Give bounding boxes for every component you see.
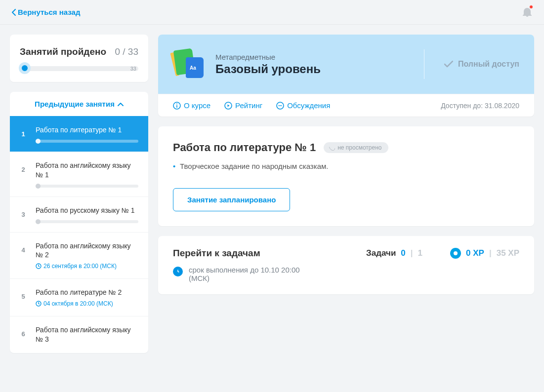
tasks-card[interactable]: Перейти к задачам Задачи 0 | 1 0 XP | 35… <box>158 236 534 294</box>
progress-counter: 0 / 33 <box>115 46 138 57</box>
svg-point-4 <box>176 103 177 104</box>
tasks-done: 0 <box>401 248 405 258</box>
info-icon <box>173 102 181 110</box>
lesson-item-5[interactable]: 5Работа по литературе № 204 октября в 20… <box>10 278 148 316</box>
svg-point-7 <box>279 105 280 106</box>
lesson-number: 5 <box>20 293 27 300</box>
svg-point-9 <box>281 105 282 106</box>
lesson-number: 2 <box>20 166 27 173</box>
rating-link[interactable]: Рейтинг <box>224 101 262 110</box>
back-link-label: Вернуться назад <box>18 8 80 16</box>
tasks-deadline: срок выполнения до 10.10 20:00 (МСК) <box>189 266 317 282</box>
lesson-status-badge: не просмотрено <box>324 142 388 153</box>
access-badge: Полный доступ <box>424 49 519 79</box>
lesson-item-6[interactable]: 6Работа по английскому языку № 3 <box>10 316 148 353</box>
lesson-planned-button[interactable]: Занятие запланировано <box>173 188 290 211</box>
lesson-item-4[interactable]: 4Работа по английскому языку № 226 сентя… <box>10 232 148 279</box>
discussions-link[interactable]: Обсуждения <box>276 101 330 110</box>
xp-sep: | <box>489 248 492 258</box>
lessons-list: Предыдущие занятия 1Работа по литературе… <box>10 92 148 353</box>
available-until: Доступен до: 31.08.2020 <box>441 102 519 110</box>
lesson-item-1[interactable]: 1Работа по литературе № 1 <box>10 116 148 152</box>
lessons-header-toggle[interactable]: Предыдущие занятия <box>10 92 148 116</box>
xp-done: 0 XP <box>466 248 484 258</box>
lesson-number: 3 <box>20 211 27 218</box>
lesson-schedule: 26 сентября в 20:00 (МСК) <box>36 263 138 270</box>
svg-point-8 <box>280 105 281 106</box>
lesson-progress-bar <box>36 185 138 188</box>
lesson-number: 4 <box>20 246 27 254</box>
about-label: О курсе <box>184 101 210 110</box>
svg-rect-3 <box>176 105 177 108</box>
lesson-item-3[interactable]: 3Работа по русскому языку № 1 <box>10 196 148 232</box>
lesson-progress-bar <box>36 220 138 223</box>
lesson-title: Работа по английскому языку № 1 <box>36 161 138 180</box>
course-icon: Aa <box>173 48 205 80</box>
check-icon <box>444 61 453 68</box>
xp-total: 35 XP <box>497 248 519 258</box>
xp-icon <box>450 248 461 259</box>
clock-icon <box>173 267 183 276</box>
play-circle-icon <box>224 102 232 110</box>
tasks-label: Задачи <box>366 248 396 258</box>
rating-label: Рейтинг <box>235 101 262 110</box>
notifications-button[interactable] <box>522 6 532 19</box>
progress-card: Занятий пройдено 0 / 33 33 <box>10 35 148 82</box>
discussions-label: Обсуждения <box>287 101 330 110</box>
lesson-progress-bar <box>36 140 138 143</box>
progress-thumb[interactable] <box>19 62 31 74</box>
progress-track[interactable]: 33 <box>20 66 138 71</box>
course-category: Метапредметные <box>215 53 321 61</box>
lesson-title: Работа по английскому языку № 3 <box>36 325 138 344</box>
chevron-left-icon <box>12 9 16 16</box>
progress-label: Занятий пройдено <box>20 46 106 57</box>
lesson-number: 1 <box>20 130 27 138</box>
access-label: Полный доступ <box>458 60 519 69</box>
lesson-detail-card: Работа по литературе № 1 не просмотрено … <box>158 126 534 226</box>
lesson-number: 6 <box>20 330 27 338</box>
lesson-description: Творческое задание по народным сказкам. <box>173 162 519 170</box>
course-header-card: Aa Метапредметные Базовый уровень Полный… <box>158 35 534 117</box>
notification-dot <box>529 5 533 9</box>
clock-icon <box>36 301 42 307</box>
back-link[interactable]: Вернуться назад <box>12 8 80 16</box>
about-link[interactable]: О курсе <box>173 101 210 110</box>
lesson-detail-title: Работа по литературе № 1 <box>173 141 316 154</box>
chevron-up-icon <box>118 102 124 106</box>
lesson-title: Работа по английскому языку № 2 <box>36 241 138 260</box>
progress-end-label: 33 <box>130 66 136 72</box>
lessons-header-label: Предыдущие занятия <box>35 100 115 108</box>
lesson-item-2[interactable]: 2Работа по английскому языку № 1 <box>10 152 148 196</box>
lesson-title: Работа по литературе № 1 <box>36 125 138 135</box>
course-icon-aa: Aa <box>190 65 196 71</box>
tasks-sep: | <box>411 248 413 258</box>
course-title: Базовый уровень <box>215 62 321 76</box>
chat-icon <box>276 102 284 110</box>
tasks-title: Перейти к задачам <box>173 248 260 259</box>
lesson-title: Работа по литературе № 2 <box>36 288 138 297</box>
tasks-total: 1 <box>418 248 422 258</box>
lesson-title: Работа по русскому языку № 1 <box>36 206 138 215</box>
lesson-schedule: 04 октября в 20:00 (МСК) <box>36 300 138 307</box>
clock-icon <box>36 263 42 269</box>
